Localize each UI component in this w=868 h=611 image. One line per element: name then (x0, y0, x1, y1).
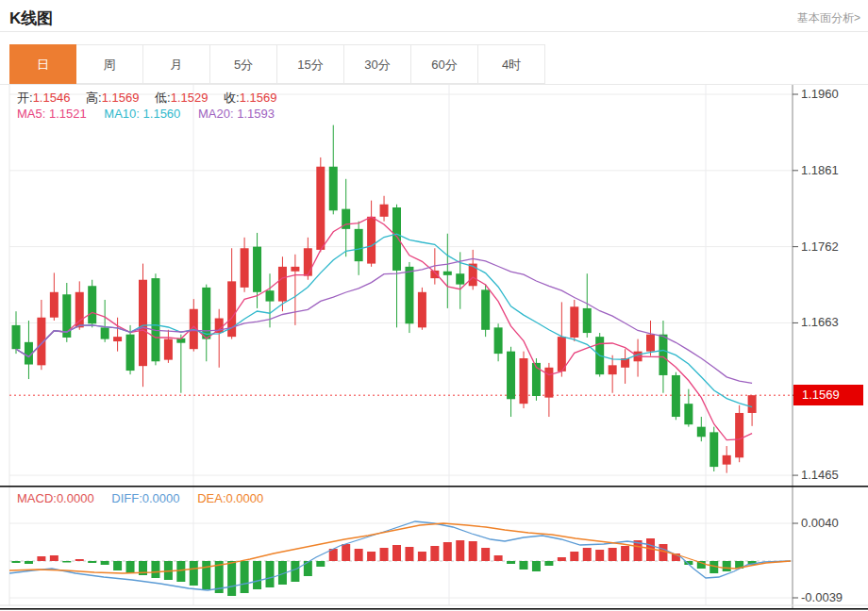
ohlc-low-value: 1.1529 (171, 91, 209, 105)
diff-value: DIFF:0.0000 (111, 491, 179, 505)
tab-5min[interactable]: 5分 (210, 44, 277, 84)
ohlc-high-value: 1.1569 (102, 91, 140, 105)
price-tick-1.1861: 1.1861 (801, 162, 839, 179)
ma20-readout: MA20: 1.1593 (198, 107, 275, 121)
macd-tick--0.0039: -0.0039 (801, 589, 843, 606)
tab-60min[interactable]: 60分 (411, 44, 478, 84)
dea-value: DEA:0.0000 (197, 491, 263, 505)
period-tabs: 日 周 月 5分 15分 30分 60分 4时 (9, 44, 545, 84)
current-price-tag: 1.1569 (793, 385, 863, 405)
ma-readout: MA5: 1.1521 MA10: 1.1560 MA20: 1.1593 (17, 107, 275, 121)
tab-day[interactable]: 日 (9, 44, 76, 84)
tab-15min[interactable]: 15分 (277, 44, 344, 84)
ohlc-close-value: 1.1569 (240, 91, 277, 105)
kline-panel: K线图 基本面分析> 日 周 月 5分 15分 30分 60分 4时 开:1.1… (0, 0, 868, 611)
price-tick-1.1960: 1.1960 (801, 86, 839, 103)
tab-30min[interactable]: 30分 (344, 44, 411, 84)
macd-tick-0.0040: 0.0040 (801, 515, 839, 532)
header-divider (0, 31, 868, 32)
ohlc-high-label: 高: (86, 90, 102, 107)
macd-value: MACD:0.0000 (17, 491, 94, 505)
price-tick-1.1663: 1.1663 (801, 314, 839, 331)
ma5-readout: MA5: 1.1521 (17, 107, 87, 121)
ohlc-close-label: 收: (224, 90, 240, 107)
ohlc-open-value: 1.1546 (33, 91, 71, 105)
tab-4hour[interactable]: 4时 (478, 44, 545, 84)
price-tick-1.1465: 1.1465 (801, 467, 839, 484)
price-tick-1.1762: 1.1762 (801, 239, 839, 256)
tabs-bottom-border (0, 84, 868, 85)
ohlc-open-label: 开: (17, 90, 33, 107)
tab-week[interactable]: 周 (76, 44, 143, 84)
ma10-readout: MA10: 1.1560 (104, 107, 180, 121)
fundamental-analysis-link[interactable]: 基本面分析> (797, 10, 860, 26)
ohlc-low-label: 低: (155, 90, 171, 107)
ohlc-readout: 开:1.1546 高:1.1569 低:1.1529 收:1.1569 (17, 90, 289, 107)
page-title: K线图 (9, 8, 53, 29)
macd-readout: MACD:0.0000 DIFF:0.0000 DEA:0.0000 (17, 491, 263, 505)
tab-month[interactable]: 月 (143, 44, 210, 84)
